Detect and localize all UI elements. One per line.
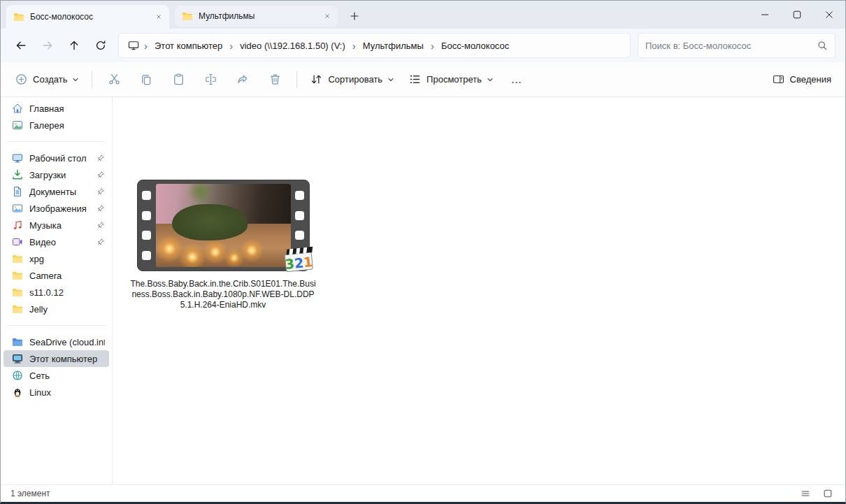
sidebar-item-pictures[interactable]: Изображения [3, 200, 109, 217]
sidebar-item-linux[interactable]: Linux [3, 384, 109, 401]
sidebar-item-jelly[interactable]: Jelly [3, 301, 109, 317]
details-button[interactable]: Сведения [765, 67, 838, 92]
search-box [638, 33, 836, 58]
close-icon [825, 10, 833, 19]
chevron-right-icon: › [429, 41, 436, 51]
back-button[interactable] [8, 33, 34, 58]
tab-label: Босс-молокосос [30, 12, 150, 22]
chevron-down-icon [72, 76, 79, 83]
refresh-button[interactable] [87, 33, 114, 58]
close-tab-icon[interactable] [155, 13, 162, 20]
tab-boss-molokosos[interactable]: Босс-молокосос [6, 5, 169, 29]
more-button[interactable]: … [501, 67, 533, 92]
sidebar-item-camera[interactable]: Camera [3, 267, 109, 284]
sidebar-item-network[interactable]: Сеть [3, 367, 109, 384]
video-icon [12, 236, 23, 247]
minimize-button[interactable] [749, 1, 781, 29]
folder-icon [12, 303, 23, 315]
pin-icon [96, 154, 105, 162]
minimize-icon [761, 10, 769, 19]
view-button-label: Просмотреть [426, 74, 482, 85]
trash-icon [268, 73, 282, 86]
up-icon [68, 39, 80, 52]
sidebar-item-documents[interactable]: Документы [3, 183, 109, 200]
more-icon: … [510, 73, 522, 86]
sidebar-item-seadrive[interactable]: SeaDrive (cloud.inter [3, 333, 109, 350]
video-frame-preview [156, 184, 291, 267]
network-icon [12, 370, 23, 381]
rename-button[interactable] [194, 67, 227, 92]
svg-text:321: 321 [284, 254, 313, 272]
sidebar-item-video[interactable]: Видео [3, 233, 109, 250]
share-button[interactable] [227, 67, 259, 92]
computer-icon [12, 353, 23, 364]
mpc-hc-icon: 321 [281, 245, 316, 274]
folder-icon [12, 270, 23, 281]
tab-multfilmy[interactable]: Мультфильмы [175, 6, 338, 27]
sidebar-item-music[interactable]: Музыка [3, 217, 109, 233]
plus-icon [350, 12, 359, 20]
pin-icon [96, 171, 105, 179]
sort-icon [310, 73, 323, 86]
details-panel-icon [772, 73, 785, 86]
chevron-right-icon: › [351, 41, 357, 51]
item-count: 1 элемент [10, 489, 50, 498]
status-thumbnail-view-button[interactable] [820, 487, 836, 500]
status-list-view-button[interactable] [798, 487, 813, 500]
maximize-icon [793, 10, 801, 19]
forward-icon [41, 39, 54, 52]
folder-icon [12, 287, 23, 298]
list-view-icon [801, 489, 810, 498]
file-item-video[interactable]: 321 The.Boss.Baby.Back.in.the.Crib.S01E0… [129, 180, 317, 310]
breadcrumb-network-drive[interactable]: video (\\192.168.1.50) (V:) [234, 38, 351, 54]
sidebar-divider [8, 141, 105, 142]
folder-icon [12, 253, 23, 264]
toolbar-divider [296, 71, 297, 88]
sidebar-item-gallery[interactable]: Галерея [3, 117, 109, 134]
view-icon [408, 73, 422, 86]
delete-button[interactable] [259, 67, 291, 92]
chevron-right-icon: › [143, 41, 149, 51]
sidebar-item-s11012[interactable]: s11.0.12 [3, 284, 109, 301]
sidebar-item-this-pc[interactable]: Этот компьютер [3, 350, 109, 367]
cut-button[interactable] [98, 67, 130, 92]
search-input[interactable] [645, 41, 817, 51]
up-button[interactable] [61, 33, 87, 58]
new-button[interactable]: Создать [8, 67, 86, 92]
forward-button[interactable] [34, 33, 61, 58]
plus-circle-icon [15, 73, 28, 86]
music-icon [12, 219, 23, 231]
window-controls [749, 1, 845, 29]
scissors-icon [108, 73, 121, 86]
thumbnail-view-icon [823, 489, 833, 498]
view-button[interactable]: Просмотреть [401, 67, 501, 92]
sidebar-item-desktop[interactable]: Рабочий стол [3, 150, 109, 166]
sidebar-item-xpg[interactable]: xpg [3, 250, 109, 267]
paste-button[interactable] [162, 67, 194, 92]
toolbar-divider [92, 71, 92, 88]
sidebar: Главная Галерея Рабочий стол Загрузки До… [1, 97, 113, 484]
folder-content: 321 The.Boss.Baby.Back.in.the.Crib.S01E0… [113, 97, 845, 484]
breadcrumb-multfilmy[interactable]: Мультфильмы [357, 38, 429, 54]
filmstrip-holes [138, 180, 155, 271]
sidebar-item-home[interactable]: Главная [3, 100, 109, 117]
toolbar: Создать Сортировать Просмотреть … Сведен… [1, 62, 845, 97]
breadcrumb-this-pc[interactable]: Этот компьютер [149, 38, 228, 54]
new-tab-button[interactable] [345, 6, 364, 26]
sort-button[interactable]: Сортировать [303, 67, 401, 92]
close-button[interactable] [813, 1, 845, 29]
sidebar-item-downloads[interactable]: Загрузки [3, 166, 109, 183]
tab-label: Мультфильмы [199, 11, 318, 21]
seadrive-icon [12, 336, 23, 347]
folder-icon [182, 10, 193, 22]
main-area: Главная Галерея Рабочий стол Загрузки До… [1, 97, 845, 484]
copy-button[interactable] [130, 67, 162, 92]
close-tab-icon[interactable] [324, 13, 331, 20]
monitor-icon [127, 39, 140, 52]
pin-icon [96, 238, 105, 246]
breadcrumb-boss-molokosos[interactable]: Босс-молокосос [436, 38, 515, 54]
chevron-down-icon [487, 76, 494, 83]
maximize-button[interactable] [781, 1, 813, 29]
titlebar: Босс-молокосос Мультфильмы [1, 1, 845, 29]
video-thumbnail: 321 [137, 180, 310, 271]
